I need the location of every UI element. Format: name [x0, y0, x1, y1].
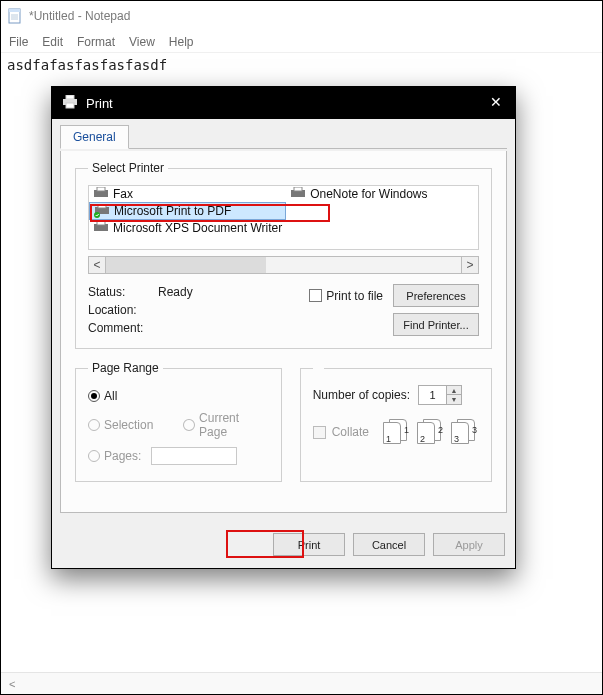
close-icon[interactable]: ✕ [487, 94, 505, 112]
radio-current-page: Current Page [183, 411, 268, 439]
radio-selection-label: Selection [104, 418, 153, 432]
location-value [158, 303, 193, 317]
window-title: *Untitled - Notepad [29, 9, 130, 23]
collate-label: Collate [332, 425, 369, 439]
cancel-button[interactable]: Cancel [353, 533, 425, 556]
print-to-file-checkbox[interactable]: Print to file [309, 289, 383, 303]
tab-general[interactable]: General [60, 125, 129, 149]
dialog-title: Print [86, 96, 487, 111]
svg-rect-1 [9, 9, 20, 12]
print-button[interactable]: Print [273, 533, 345, 556]
menu-format[interactable]: Format [77, 35, 115, 49]
comment-value [158, 321, 193, 335]
scroll-track[interactable] [106, 256, 461, 274]
select-printer-legend: Select Printer [88, 161, 168, 175]
notepad-titlebar: *Untitled - Notepad [1, 1, 602, 31]
printer-item-xps[interactable]: Microsoft XPS Document Writer [89, 220, 286, 236]
printer-label: Microsoft XPS Document Writer [113, 221, 282, 235]
radio-selection: Selection [88, 411, 153, 439]
menu-view[interactable]: View [129, 35, 155, 49]
page-num: 1 [386, 434, 391, 444]
menu-help[interactable]: Help [169, 35, 194, 49]
page-num: 1 [404, 425, 409, 435]
spinner-up-icon[interactable]: ▲ [447, 386, 461, 395]
status-value: Ready [158, 285, 193, 299]
page-range-group: Page Range All Selection Current Page [75, 361, 282, 482]
copies-group: . Number of copies: 1 ▲ ▼ Co [300, 361, 492, 482]
dialog-titlebar: Print ✕ [52, 87, 515, 119]
printer-label: OneNote for Windows [310, 187, 427, 201]
page-range-legend: Page Range [88, 361, 163, 375]
printer-label: Fax [113, 187, 133, 201]
copies-spinner[interactable]: 1 ▲ ▼ [418, 385, 462, 405]
notepad-menubar: File Edit Format View Help [1, 31, 602, 53]
printer-h-scrollbar[interactable]: < > [88, 256, 479, 274]
radio-current-label: Current Page [199, 411, 269, 439]
svg-rect-5 [66, 95, 74, 99]
status-label: Status: [88, 285, 158, 299]
svg-rect-7 [66, 103, 74, 108]
notepad-textarea[interactable]: asdfafasfasfasfasdf [1, 53, 602, 77]
spinner-down-icon[interactable]: ▼ [447, 395, 461, 404]
printer-item-onenote[interactable]: OneNote for Windows [286, 186, 478, 202]
svg-rect-13 [98, 204, 106, 208]
svg-rect-16 [97, 221, 105, 225]
collate-graphic: 1 1 2 2 3 3 [383, 419, 479, 445]
tabstrip: General [60, 125, 507, 149]
printer-label: Microsoft Print to PDF [114, 204, 231, 218]
radio-all[interactable]: All [88, 389, 269, 403]
location-label: Location: [88, 303, 158, 317]
print-icon [62, 95, 78, 112]
radio-pages: Pages: [88, 447, 269, 465]
svg-rect-11 [294, 187, 302, 191]
checkbox-icon [309, 289, 322, 302]
scroll-left-icon[interactable]: < [88, 256, 106, 274]
printer-item-fax[interactable]: Fax [89, 186, 286, 202]
notepad-statusbar: < [1, 672, 602, 694]
scroll-right-icon[interactable]: > [461, 256, 479, 274]
radio-all-label: All [104, 389, 117, 403]
comment-label: Comment: [88, 321, 158, 335]
statusbar-chevron-icon: < [9, 678, 15, 690]
page-num: 2 [420, 434, 425, 444]
find-printer-button[interactable]: Find Printer... [393, 313, 479, 336]
printer-item-pdf[interactable]: Microsoft Print to PDF [89, 202, 286, 220]
copies-label: Number of copies: [313, 388, 410, 402]
preferences-button[interactable]: Preferences [393, 284, 479, 307]
menu-edit[interactable]: Edit [42, 35, 63, 49]
menu-file[interactable]: File [9, 35, 28, 49]
svg-rect-9 [97, 187, 105, 191]
print-dialog: Print ✕ General Select Printer Fax [51, 86, 516, 569]
apply-button: Apply [433, 533, 505, 556]
collate-checkbox-icon [313, 426, 326, 439]
notepad-icon [7, 8, 23, 24]
page-num: 3 [472, 425, 477, 435]
print-to-file-label: Print to file [326, 289, 383, 303]
copies-value[interactable]: 1 [419, 386, 447, 404]
printer-list[interactable]: Fax OneNote for Windows Microsoft Print … [88, 185, 479, 250]
radio-pages-label: Pages: [104, 449, 141, 463]
select-printer-group: Select Printer Fax OneNote for Windows [75, 161, 492, 349]
page-num: 3 [454, 434, 459, 444]
page-num: 2 [438, 425, 443, 435]
pages-input [151, 447, 237, 465]
